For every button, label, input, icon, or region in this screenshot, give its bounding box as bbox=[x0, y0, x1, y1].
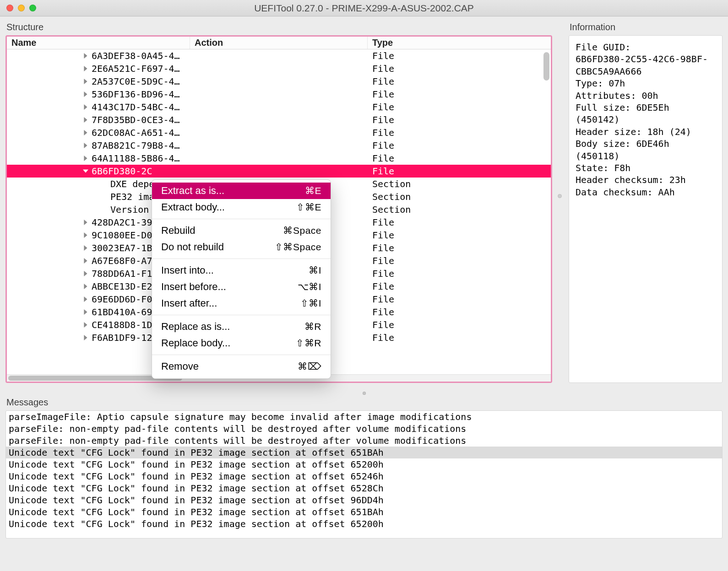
tree-item-type: File bbox=[368, 281, 394, 292]
info-line: Full size: 6DE5Eh (450142) bbox=[576, 102, 716, 126]
menu-item-shortcut: ⌥⌘I bbox=[298, 281, 321, 292]
zoom-window-button[interactable] bbox=[29, 5, 36, 11]
menu-item-label: Insert into... bbox=[161, 264, 214, 276]
message-row[interactable]: parseImageFile: Aptio capsule signature … bbox=[6, 411, 722, 423]
tree-row[interactable]: 2E6A521C-F697-4…File bbox=[7, 62, 551, 75]
chevron-right-icon[interactable] bbox=[82, 271, 89, 276]
information-panel: Information File GUID:6B6FD380-2C55-42C6… bbox=[569, 20, 723, 392]
tree-item-type: File bbox=[368, 102, 394, 113]
menu-item-shortcut: ⌘⌦ bbox=[298, 361, 321, 372]
menu-item[interactable]: Replace body...⇧⌘R bbox=[152, 335, 331, 351]
chevron-right-icon[interactable] bbox=[82, 284, 89, 289]
menu-item[interactable]: Extract body...⇧⌘E bbox=[152, 199, 331, 215]
tree-row-selected[interactable]: 6B6FD380-2CFile bbox=[7, 165, 551, 178]
tree-item-type: File bbox=[368, 127, 394, 138]
message-row-selected[interactable]: Unicode text "CFG Lock" found in PE32 im… bbox=[6, 447, 722, 458]
minimize-window-button[interactable] bbox=[18, 5, 25, 11]
menu-separator bbox=[152, 315, 331, 315]
chevron-right-icon[interactable] bbox=[82, 232, 89, 238]
information-label: Information bbox=[569, 20, 723, 35]
menu-item-shortcut: ⌘I bbox=[309, 265, 321, 276]
tree-row[interactable]: 62DC08AC-A651-4…File bbox=[7, 126, 551, 139]
chevron-right-icon[interactable] bbox=[82, 66, 89, 71]
chevron-right-icon[interactable] bbox=[82, 309, 89, 315]
tree-item-type: File bbox=[368, 217, 394, 228]
tree-item-name: 2A537C0E-5D9C-4… bbox=[92, 76, 180, 87]
col-name[interactable]: Name bbox=[7, 37, 190, 49]
menu-item-label: Rebuild bbox=[161, 225, 196, 237]
message-row[interactable]: Unicode text "CFG Lock" found in PE32 im… bbox=[6, 506, 722, 518]
menu-item[interactable]: Remove⌘⌦ bbox=[152, 358, 331, 375]
tree-item-name: F6AB1DF9-12 bbox=[92, 332, 152, 343]
chevron-right-icon[interactable] bbox=[82, 296, 89, 302]
menu-item-label: Extract body... bbox=[161, 201, 225, 213]
menu-item[interactable]: Insert before...⌥⌘I bbox=[152, 279, 331, 295]
tree-item-name: 61BD410A-69 bbox=[92, 307, 152, 318]
tree-row[interactable]: 4143C17D-54BC-4…File bbox=[7, 101, 551, 113]
information-text: File GUID:6B6FD380-2C55-42C6-98BF-CBBC5A… bbox=[569, 35, 723, 383]
chevron-right-icon[interactable] bbox=[82, 117, 89, 123]
close-window-button[interactable] bbox=[6, 5, 13, 11]
menu-item[interactable]: Replace as is...⌘R bbox=[152, 318, 331, 335]
menu-item[interactable]: Rebuild⌘Space bbox=[152, 222, 331, 239]
message-row[interactable]: Unicode text "CFG Lock" found in PE32 im… bbox=[6, 482, 722, 494]
tree-item-type: Section bbox=[368, 204, 411, 215]
info-line: CBBC5A9AA666 bbox=[576, 65, 716, 77]
tree-item-type: File bbox=[368, 76, 394, 87]
tree-row[interactable]: 64A11188-5B86-4…File bbox=[7, 152, 551, 165]
chevron-right-icon[interactable] bbox=[82, 92, 89, 97]
menu-item[interactable]: Extract as is...⌘E bbox=[152, 183, 331, 199]
menu-item-label: Do not rebuild bbox=[161, 241, 224, 253]
chevron-right-icon[interactable] bbox=[82, 53, 89, 59]
chevron-right-icon[interactable] bbox=[82, 220, 89, 225]
chevron-right-icon[interactable] bbox=[82, 143, 89, 148]
context-menu: Extract as is...⌘EExtract body...⇧⌘ERebu… bbox=[152, 179, 331, 379]
chevron-right-icon[interactable] bbox=[82, 245, 89, 251]
message-row[interactable]: parseFile: non-empty pad-file contents w… bbox=[6, 423, 722, 435]
tree-row[interactable]: 6A3DEF38-0A45-4…File bbox=[7, 49, 551, 62]
tree-item-name: 428DA2C1-39 bbox=[92, 217, 152, 228]
col-action[interactable]: Action bbox=[190, 37, 368, 49]
panel-splitter[interactable] bbox=[558, 20, 563, 392]
tree-row[interactable]: 87AB821C-79B8-4…File bbox=[7, 139, 551, 152]
chevron-right-icon[interactable] bbox=[82, 322, 89, 328]
menu-item-shortcut: ⌘Space bbox=[283, 225, 321, 236]
tree-row[interactable]: 2A537C0E-5D9C-4…File bbox=[7, 75, 551, 88]
tree-item-name: CE4188D8-1D bbox=[92, 319, 152, 330]
info-line: File GUID: bbox=[576, 41, 716, 53]
message-row[interactable]: Unicode text "CFG Lock" found in PE32 im… bbox=[6, 494, 722, 506]
structure-vscroll-thumb[interactable] bbox=[543, 52, 549, 81]
chevron-right-icon[interactable] bbox=[82, 130, 89, 135]
tree-item-type: File bbox=[368, 255, 394, 266]
message-row[interactable]: Unicode text "CFG Lock" found in PE32 im… bbox=[6, 458, 722, 470]
chevron-right-icon[interactable] bbox=[82, 104, 89, 110]
info-line: Header size: 18h (24) bbox=[576, 126, 716, 138]
message-row[interactable]: Unicode text "CFG Lock" found in PE32 im… bbox=[6, 518, 722, 530]
tree-item-name: 64A11188-5B86-4… bbox=[92, 153, 180, 164]
message-row[interactable]: parseFile: non-empty pad-file contents w… bbox=[6, 435, 722, 447]
chevron-right-icon[interactable] bbox=[82, 258, 89, 264]
info-line: 6B6FD380-2C55-42C6-98BF- bbox=[576, 53, 716, 65]
tree-item-type: File bbox=[368, 230, 394, 241]
tree-item-type: File bbox=[368, 294, 394, 305]
tree-row[interactable]: 536DF136-BD96-4…File bbox=[7, 88, 551, 101]
menu-separator bbox=[152, 259, 331, 259]
chevron-right-icon[interactable] bbox=[82, 156, 89, 161]
tree-item-type: File bbox=[368, 50, 394, 61]
chevron-right-icon[interactable] bbox=[82, 79, 89, 84]
chevron-down-icon[interactable] bbox=[82, 168, 89, 174]
chevron-right-icon[interactable] bbox=[82, 335, 89, 340]
tree-item-name: 9C1080EE-D0 bbox=[92, 230, 152, 241]
menu-item-shortcut: ⇧⌘E bbox=[296, 202, 321, 213]
col-type[interactable]: Type bbox=[368, 37, 551, 49]
menu-item-label: Replace body... bbox=[161, 337, 230, 349]
message-row[interactable]: Unicode text "CFG Lock" found in PE32 im… bbox=[6, 470, 722, 482]
tree-item-type: Section bbox=[368, 191, 411, 202]
menu-item[interactable]: Insert after...⇧⌘I bbox=[152, 295, 331, 312]
tree-item-name: 6B6FD380-2C bbox=[92, 166, 152, 177]
menu-item[interactable]: Do not rebuild⇧⌘Space bbox=[152, 239, 331, 255]
tree-item-name: 2E6A521C-F697-4… bbox=[92, 63, 180, 74]
messages-list[interactable]: parseImageFile: Aptio capsule signature … bbox=[5, 410, 723, 539]
menu-item[interactable]: Insert into...⌘I bbox=[152, 262, 331, 279]
tree-row[interactable]: 7F8D35BD-0CE3-4…File bbox=[7, 113, 551, 126]
